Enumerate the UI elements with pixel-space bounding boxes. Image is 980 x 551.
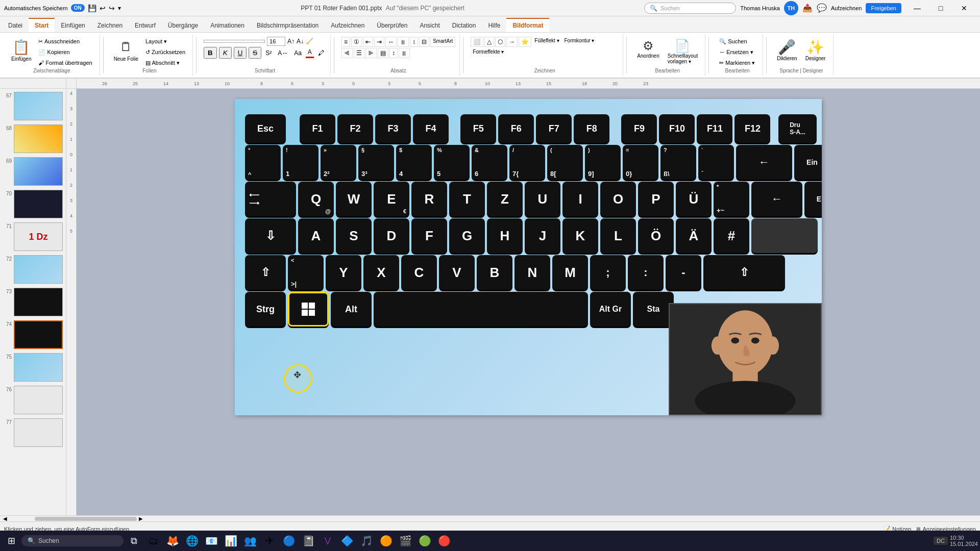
taskbar-search[interactable]: 🔍 Suchen [21,535,124,546]
tab-aufzeichnen[interactable]: Aufzeichnen [325,19,371,32]
tab-entwurf[interactable]: Entwurf [129,19,162,32]
tab-ueberpruefen[interactable]: Überprüfen [371,19,413,32]
taskbar-telegram[interactable]: ✈ [260,532,279,550]
markieren-btn[interactable]: ✏ Markieren ▾ [716,58,758,68]
tab-uebergaenge[interactable]: Übergänge [162,19,204,32]
comments-icon[interactable]: 💬 [817,3,827,13]
schnellvorlagen-btn[interactable]: 📄 Schnelllayoutvorlagen ▾ [665,37,701,66]
font-shrink-icon[interactable]: A↓ [297,38,304,45]
shape-3[interactable]: ⬡ [495,37,505,47]
taskbar-app1[interactable]: 🔵 [280,532,298,550]
taskbar-app5[interactable]: 🎬 [396,532,414,550]
scroll-left-btn[interactable]: ◀ [1,516,9,521]
slide-thumb-74[interactable]: 74 [2,319,64,350]
align-right-btn[interactable]: ⫸ [365,48,377,58]
smartart-btn[interactable]: SmartArt [430,37,455,47]
taskbar-onenote[interactable]: 📓 [299,532,317,550]
shape-4[interactable]: → [506,37,518,47]
formeffekte-btn[interactable]: Formeffekte ▾ [471,48,506,56]
close-button[interactable]: ✕ [952,0,976,16]
taskbar-teams[interactable]: 👥 [241,532,259,550]
current-slide[interactable]: Esc F1 F2 F3 F4 F5 F6 F7 F8 F9 F10 [235,99,822,415]
shadow-btn[interactable]: S² [263,48,274,58]
tab-animationen[interactable]: Animationen [204,19,251,32]
taskbar-powerpoint[interactable]: 📊 [222,532,240,550]
suchen-btn[interactable]: 🔍 Suchen [716,37,758,46]
shape-5[interactable]: ⭐ [519,37,531,47]
formkontur-btn[interactable]: Formkontur ▾ [562,37,597,47]
cols-btn[interactable]: ⫼ [398,37,409,47]
quick-access-redo[interactable]: ↪ [109,4,115,12]
shape-1[interactable]: ⬜ [471,37,483,47]
taskbar-app6[interactable]: 🟢 [415,532,434,550]
tab-dictation[interactable]: Dictation [446,19,482,32]
strikethrough-btn[interactable]: S [249,47,261,59]
einfuegen-button[interactable]: 📋 Einfügen [8,37,34,64]
textdir-btn[interactable]: ↔ [385,37,397,47]
list-bullet-btn[interactable]: ≡ [341,37,350,47]
quick-access-undo[interactable]: ↩ [100,4,106,12]
ersetzen-btn[interactable]: ↔ Ersetzen ▾ [716,47,758,57]
tab-ansicht[interactable]: Ansicht [413,19,446,32]
slide-thumb-71[interactable]: 71 1 Dz [2,221,64,252]
taskbar-app2[interactable]: 🔷 [338,532,356,550]
scroll-right-btn[interactable]: ▶ [137,516,145,521]
ausschneiden-btn[interactable]: ✂ Ausschneiden [35,37,95,46]
align-center-btn[interactable]: ☰ [354,48,364,58]
abschnitt-btn[interactable]: ▤ Abschnitt ▾ [142,58,188,68]
cols2-btn[interactable]: ⫼ [399,48,410,58]
slide-thumb-69[interactable]: 69 [2,156,64,187]
share-icon[interactable]: 📤 [802,3,813,13]
taskbar-app4[interactable]: 🟠 [377,532,395,550]
slide-thumb-68[interactable]: 68 [2,123,64,154]
align-justify-btn[interactable]: ▤ [378,48,388,58]
underline-btn[interactable]: U [234,47,247,59]
freigeben-btn[interactable]: Freigeben [866,3,901,13]
anordnen-btn[interactable]: ⚙ Anordnen [634,37,662,66]
linespacing-btn[interactable]: ↕ [389,48,398,58]
slide-thumb-76[interactable]: 76 [2,385,64,415]
slide-thumb-67[interactable]: 67 [2,91,64,121]
taskbar-chrome[interactable]: 🌐 [183,532,201,550]
slide-canvas[interactable]: Esc F1 F2 F3 F4 F5 F6 F7 F8 F9 F10 [77,89,980,515]
tab-bildformat[interactable]: Bildformat [506,18,549,32]
textausrichten-btn[interactable]: ⊟ [419,37,429,47]
tab-start[interactable]: Start [29,18,55,32]
slide-thumb-77[interactable]: 77 [2,417,64,448]
textcase-btn[interactable]: Aa [292,48,304,58]
kopieren-btn[interactable]: 📄 Kopieren [35,47,95,57]
charspacing-btn[interactable]: A↔ [276,48,290,58]
minimize-button[interactable]: — [905,0,929,16]
font-grow-icon[interactable]: A↑ [287,38,295,45]
taskbar-visio[interactable]: V [318,532,337,550]
tab-bildschirmpraesentation[interactable]: Bildschirmpräsentation [251,19,325,32]
taskbar-app7[interactable]: 🔴 [435,532,453,550]
taskbar-app3[interactable]: 🎵 [357,532,376,550]
tab-einfuegen[interactable]: Einfügen [55,19,91,32]
layout-btn[interactable]: Layout ▾ [142,37,188,46]
h-scrollbar[interactable]: ◀ ▶ [0,515,980,521]
align-left-btn[interactable]: ⫷ [341,48,353,58]
quick-access-more[interactable]: ▾ [118,5,121,12]
slide-thumb-70[interactable]: 70 [2,189,64,219]
tab-datei[interactable]: Datei [2,19,29,32]
clear-format-icon[interactable]: 🧹 [306,38,313,45]
format-uebertragen-btn[interactable]: 🖌 Format übertragen [35,58,95,67]
indent-less-btn[interactable]: ⇤ [363,37,373,47]
slide-thumb-72[interactable]: 72 [2,254,64,285]
maximize-button[interactable]: □ [929,0,952,16]
shape-2[interactable]: △ [484,37,494,47]
fontcolor-btn[interactable]: A [306,47,314,58]
tab-hilfe[interactable]: Hilfe [482,19,506,32]
designer-btn[interactable]: ✨ Designer [802,37,829,63]
zuruecksetzen-btn[interactable]: ↺ Zurücksetzen [142,47,188,57]
taskbar-firefox[interactable]: 🦊 [163,532,182,550]
font-size-selector[interactable]: 16 [267,37,285,46]
scrollbar-thumb[interactable] [35,517,137,521]
search-bar[interactable]: 🔍 Suchen [644,3,736,14]
diktieren-btn[interactable]: 🎤 Diktieren [774,37,800,63]
bold-btn[interactable]: B [204,47,217,59]
indent-more-btn[interactable]: ⇥ [374,37,384,47]
slide-thumb-73[interactable]: 73 [2,287,64,317]
slide-thumb-75[interactable]: 75 [2,352,64,383]
